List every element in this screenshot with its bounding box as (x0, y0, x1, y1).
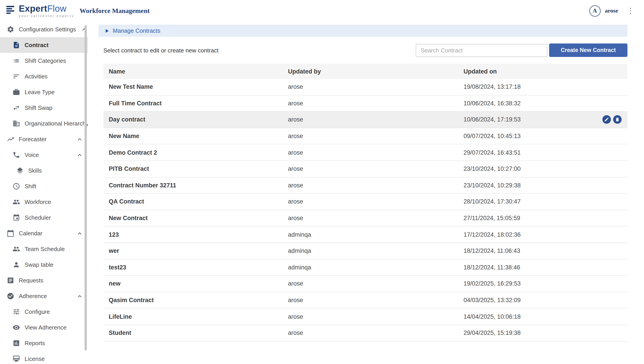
poll-icon (12, 339, 20, 347)
list-icon (12, 57, 20, 65)
person-icon (12, 261, 20, 269)
sidebar: Configuration SettingsContractShift Cate… (0, 22, 88, 364)
cell-updated-on: 27/11/2024, 15:05:59 (458, 215, 628, 222)
check-circle-icon (7, 292, 14, 300)
table-row-qasim-contract[interactable]: Qasim Contractarose04/03/2025, 13:32:09 (104, 292, 628, 308)
cell-name: Qasim Contract (104, 297, 282, 303)
table-row-lifeline[interactable]: LifeLinearose14/04/2025, 10:06:18 (104, 309, 628, 325)
sidebar-item-label: Voice (24, 151, 39, 158)
sidebar-item-reports[interactable]: Reports (0, 335, 88, 351)
table-row-contract-number-32711[interactable]: Contract Number 32711arose23/10/2024, 10… (104, 177, 628, 194)
cell-updated-by: adminqa (282, 264, 458, 271)
sidebar-item-shift[interactable]: Shift (0, 178, 88, 194)
sidebar-item-swap-table[interactable]: Swap table (0, 257, 88, 273)
table-row-pitb-contract[interactable]: PITB Contractarose23/10/2024, 10:27:00 (104, 161, 628, 177)
sidebar-item-organizational-hierarchy[interactable]: Organizational Hierarchy (0, 116, 88, 131)
sidebar-item-leave-type[interactable]: Leave Type (0, 84, 88, 100)
table-row-new-name[interactable]: New Namearose09/07/2024, 10:45:13 (104, 128, 628, 144)
cell-updated-by: arose (282, 149, 458, 156)
sidebar-item-label: Reports (24, 340, 45, 346)
table-row-full-time-contract[interactable]: Full Time Contractarose10/06/2024, 16:38… (104, 95, 628, 112)
sidebar-item-forecaster[interactable]: Forecaster (0, 131, 88, 147)
sidebar-item-shift-swap[interactable]: Shift Swap (0, 100, 88, 116)
eye-icon (12, 324, 20, 331)
sidebar-item-configuration-settings[interactable]: Configuration Settings (0, 22, 88, 37)
sidebar-item-label: Contract (24, 42, 48, 48)
cell-name: New Test Name (104, 84, 282, 90)
user-name: arose (605, 7, 618, 14)
table-row-demo-contract-2[interactable]: Demo Contract 2arose29/07/2024, 16:43:51 (104, 144, 628, 161)
sidebar-item-label: Configure (24, 308, 50, 315)
search-input[interactable] (416, 44, 547, 57)
sidebar-item-label: Shift Swap (24, 104, 52, 111)
cell-updated-by: adminqa (282, 231, 458, 238)
manage-contracts-banner[interactable]: Manage Contracts (98, 25, 628, 37)
kebab-menu-icon[interactable]: ⋮ (625, 6, 636, 15)
contracts-table: Name Updated by Updated on New Test Name… (104, 64, 628, 341)
chevron-up-icon (76, 151, 83, 158)
cell-updated-by: arose (282, 198, 458, 205)
sidebar-item-label: Scheduler (24, 214, 51, 221)
brand-name: ExpertFlow (19, 4, 66, 14)
chevron-up-icon (76, 292, 83, 300)
table-row-qa-contract[interactable]: QA Contractarose28/10/2024, 17:30:47 (104, 194, 628, 210)
sidebar-nav: Configuration SettingsContractShift Cate… (0, 22, 88, 364)
cell-updated-by: adminqa (282, 247, 458, 254)
cell-updated-on: 04/03/2025, 13:32:09 (458, 297, 628, 303)
cell-updated-by: arose (282, 116, 458, 123)
edit-row-button[interactable] (602, 115, 611, 124)
sidebar-item-label: License (24, 355, 45, 362)
cell-name: LifeLine (104, 313, 282, 320)
table-row-new-contract[interactable]: New Contractarose27/11/2024, 15:05:59 (104, 210, 628, 227)
swap-icon (12, 104, 20, 112)
table-row-student[interactable]: Studentarose29/04/2025, 15:19:38 (104, 325, 628, 341)
cell-name: PITB Contract (104, 166, 282, 172)
sidebar-item-view-adherence[interactable]: View Adherence (0, 320, 88, 335)
sidebar-item-scheduler[interactable]: Scheduler (0, 210, 88, 226)
sidebar-item-workforce[interactable]: Workforce (0, 194, 88, 210)
sidebar-item-activities[interactable]: Activities (0, 69, 88, 84)
sidebar-item-contract[interactable]: Contract (0, 37, 88, 53)
cell-updated-on: 10/06/2024, 16:38:32 (458, 100, 628, 107)
cell-updated-on: 23/10/2024, 10:27:00 (458, 166, 628, 172)
sidebar-item-voice[interactable]: Voice (0, 147, 88, 163)
sidebar-item-skills[interactable]: Skills (0, 163, 88, 178)
sidebar-item-adherence[interactable]: Adherence (0, 288, 88, 304)
table-row-test23[interactable]: test23adminqa18/12/2024, 11:38:46 (104, 259, 628, 276)
cell-updated-on: 10/06/2024, 17:19:53 (458, 116, 628, 123)
avatar[interactable]: A (589, 5, 600, 16)
license-icon (12, 355, 20, 363)
sidebar-item-calendar[interactable]: Calendar (0, 226, 88, 241)
table-row-day-contract[interactable]: Day contractarose10/06/2024, 17:19:53 (104, 112, 628, 128)
table-row-new[interactable]: newarose19/02/2025, 16:29:53 (104, 276, 628, 292)
sidebar-item-shift-categories[interactable]: Shift Categories (0, 53, 88, 69)
cell-updated-on: 09/07/2024, 10:45:13 (458, 133, 628, 139)
sidebar-item-label: View Adherence (24, 324, 66, 331)
create-new-contract-button[interactable]: Create New Contract (549, 44, 628, 57)
table-row-new-test-name[interactable]: New Test Namearose19/08/2024, 13:17:18 (104, 79, 628, 95)
calendar-icon (7, 230, 14, 237)
cell-name: wer (104, 247, 282, 254)
sidebar-item-configure[interactable]: Configure (0, 304, 88, 320)
sidebar-item-requests[interactable]: Requests (0, 273, 88, 288)
briefcase-icon (12, 88, 20, 96)
layers-icon (16, 167, 24, 174)
table-row-123[interactable]: 123adminqa17/12/2024, 18:02:36 (104, 227, 628, 243)
tune-icon (12, 308, 20, 316)
sidebar-item-label: Leave Type (24, 89, 54, 95)
brand-expert: Expert (19, 4, 47, 14)
table-row-wer[interactable]: weradminqa18/12/2024, 11:06:43 (104, 243, 628, 259)
delete-row-button[interactable] (613, 115, 622, 124)
building-icon (12, 120, 20, 127)
cell-updated-by: arose (282, 84, 458, 90)
trending-icon (7, 135, 14, 143)
cell-name: Full Time Contract (104, 100, 282, 107)
cell-name: New Name (104, 133, 282, 139)
cell-updated-on: 18/12/2024, 11:38:46 (458, 264, 628, 271)
sidebar-scrollbar[interactable] (84, 25, 87, 350)
sidebar-item-team-schedule[interactable]: Team Schedule (0, 241, 88, 257)
sidebar-item-license[interactable]: License (0, 351, 88, 364)
cell-updated-by: arose (282, 133, 458, 139)
sidebar-item-label: Team Schedule (24, 246, 65, 252)
article-icon (7, 277, 14, 284)
